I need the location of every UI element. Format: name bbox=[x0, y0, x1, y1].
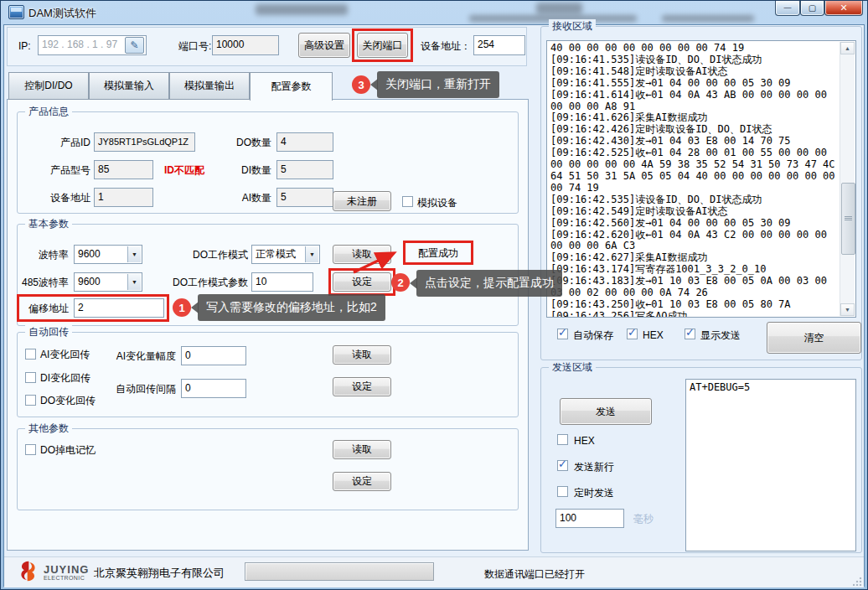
advanced-settings-button[interactable]: 高级设置 bbox=[298, 33, 350, 58]
progress-bar bbox=[245, 562, 434, 581]
autosave-label: 自动保存 bbox=[573, 329, 613, 341]
do-count-label: DO数量 bbox=[231, 137, 271, 148]
ip-label: IP: bbox=[18, 40, 31, 52]
report-interval-input[interactable]: 0 bbox=[181, 379, 246, 398]
receive-scrollbar[interactable]: ▲ ▼ bbox=[840, 42, 855, 316]
logo-subtitle: ELECTRONIC bbox=[44, 575, 85, 581]
check-icon: ✓ bbox=[558, 326, 567, 339]
auto-report-read-button[interactable]: 读取 bbox=[333, 345, 391, 365]
receive-hex-checkbox[interactable]: ✓ bbox=[627, 329, 638, 339]
juying-logo-icon bbox=[17, 560, 39, 582]
tab-config-params[interactable]: 配置参数 bbox=[250, 72, 333, 101]
annotation-step3-tooltip: 关闭端口，重新打开 bbox=[377, 71, 499, 98]
baud-select[interactable]: 9600▼ bbox=[74, 245, 142, 264]
do-mode-param-input[interactable]: 10 bbox=[251, 272, 313, 292]
port-label: 端口号: bbox=[178, 40, 211, 52]
ai-report-checkbox[interactable]: ✓ bbox=[25, 349, 36, 360]
do-report-label: DO变化回传 bbox=[40, 395, 96, 406]
di-count-input[interactable]: 5 bbox=[276, 160, 333, 179]
show-send-label: 显示发送 bbox=[700, 329, 741, 341]
di-count-label: DI数量 bbox=[231, 164, 271, 176]
device-address-input[interactable]: 254 bbox=[473, 35, 525, 55]
receive-log[interactable]: 40 00 00 00 00 00 00 00 00 74 19 [09:16:… bbox=[546, 40, 856, 318]
ai-report-label: AI变化回传 bbox=[40, 349, 90, 360]
red-arrow-icon bbox=[350, 246, 404, 277]
minimize-icon: — bbox=[784, 3, 792, 12]
tab-analog-input[interactable]: 模拟量输入 bbox=[89, 72, 169, 100]
annotation-step1-badge: 1 bbox=[173, 298, 191, 317]
annotation-step3-badge: 3 bbox=[352, 75, 370, 94]
di-report-checkbox[interactable]: ✓ bbox=[25, 372, 36, 383]
autosave-checkbox[interactable]: ✓ bbox=[557, 329, 568, 339]
do-mode-param-label: DO工作模式参数 bbox=[173, 277, 248, 288]
send-hex-checkbox[interactable]: ✓ bbox=[557, 434, 568, 445]
other-set-button[interactable]: 设定 bbox=[333, 472, 391, 491]
milliseconds-label: 毫秒 bbox=[633, 513, 654, 525]
auto-report-title: 自动回传 bbox=[25, 325, 72, 339]
scrollbar-thumb[interactable] bbox=[841, 183, 855, 255]
offset-label: 偏移地址 bbox=[18, 303, 69, 314]
device-addr-info-input[interactable]: 1 bbox=[94, 188, 153, 207]
send-content-box[interactable]: AT+DEBUG=5 bbox=[685, 379, 856, 551]
ai-count-input[interactable]: 5 bbox=[276, 188, 333, 207]
app-window: DAM测试软件 — ▢ ✕ IP: 192 . 168 . 1 . 97 ✎ 端… bbox=[0, 0, 868, 590]
scroll-down-icon: ▼ bbox=[845, 307, 850, 313]
company-name: 北京聚英翱翔电子有限公司 bbox=[94, 567, 225, 579]
baud485-select[interactable]: 9600▼ bbox=[74, 272, 142, 292]
maximize-button[interactable]: ▢ bbox=[800, 0, 824, 16]
other-params-group: 其他参数 bbox=[17, 428, 519, 510]
sim-device-checkbox[interactable]: ✓ bbox=[402, 196, 413, 207]
baud485-value: 9600 bbox=[78, 276, 101, 287]
offset-input[interactable]: 2 bbox=[74, 298, 164, 318]
device-addr-info-label: 设备地址 bbox=[34, 192, 90, 204]
auto-report-set-button[interactable]: 设定 bbox=[333, 377, 391, 396]
product-model-input[interactable]: 85 bbox=[94, 160, 153, 179]
scroll-down-button[interactable]: ▼ bbox=[840, 303, 855, 316]
product-info-title: 产品信息 bbox=[25, 105, 72, 119]
sim-device-label: 模拟设备 bbox=[417, 197, 457, 209]
ai-delta-label: AI变化量幅度 bbox=[106, 350, 176, 362]
ai-delta-input[interactable]: 0 bbox=[181, 346, 246, 365]
send-hex-label: HEX bbox=[574, 435, 595, 447]
ai-count-label: AI数量 bbox=[231, 192, 271, 204]
product-id-input[interactable]: JY85RT1PsGLdQP1Z bbox=[94, 132, 195, 152]
timed-send-checkbox[interactable]: ✓ bbox=[557, 486, 568, 497]
do-count-input[interactable]: 4 bbox=[276, 132, 333, 152]
tab-analog-output[interactable]: 模拟量输出 bbox=[169, 72, 250, 100]
do-memory-checkbox[interactable]: ✓ bbox=[25, 444, 36, 455]
send-newline-checkbox[interactable]: ✓ bbox=[557, 460, 568, 471]
receive-area-title: 接收区域 bbox=[549, 19, 596, 34]
check-icon: ✓ bbox=[558, 458, 567, 470]
show-send-checkbox[interactable]: ✓ bbox=[685, 329, 695, 339]
unregistered-button[interactable]: 未注册 bbox=[333, 191, 391, 211]
close-port-button[interactable]: 关闭端口 bbox=[357, 33, 408, 58]
do-report-checkbox[interactable]: ✓ bbox=[25, 395, 36, 406]
logo-title: JUYING bbox=[44, 563, 89, 576]
timed-interval-input[interactable]: 100 bbox=[555, 509, 624, 528]
annotation-step1-tooltip: 写入需要修改的偏移地址，比如2 bbox=[198, 294, 385, 321]
tab-control-dido[interactable]: 控制DI/DO bbox=[8, 72, 89, 100]
resize-grip[interactable] bbox=[853, 577, 862, 586]
check-icon: ✓ bbox=[628, 326, 637, 339]
edit-ip-button[interactable]: ✎ bbox=[125, 37, 144, 54]
receive-hex-label: HEX bbox=[643, 329, 664, 341]
basic-params-title: 基本参数 bbox=[25, 217, 72, 231]
do-mode-select[interactable]: 正常模式▼ bbox=[251, 245, 320, 264]
do-mode-label: DO工作模式 bbox=[181, 249, 248, 261]
close-button[interactable]: ✕ bbox=[824, 0, 863, 16]
send-newline-label: 发送新行 bbox=[574, 461, 614, 473]
timed-send-label: 定时发送 bbox=[574, 487, 614, 499]
maximize-icon: ▢ bbox=[809, 3, 816, 13]
config-success-text: 配置成功 bbox=[405, 242, 472, 264]
chevron-down-icon: ▼ bbox=[127, 274, 141, 290]
port-input[interactable]: 10000 bbox=[212, 35, 279, 55]
status-text: 数据通讯端口已经打开 bbox=[484, 568, 585, 580]
receive-log-text: 40 00 00 00 00 00 00 00 00 74 19 [09:16:… bbox=[550, 43, 835, 318]
scroll-up-button[interactable]: ▲ bbox=[840, 42, 855, 54]
send-button[interactable]: 发送 bbox=[560, 398, 652, 425]
pencil-icon: ✎ bbox=[130, 39, 138, 51]
do-memory-label: DO掉电记忆 bbox=[40, 444, 96, 456]
minimize-button[interactable]: — bbox=[775, 0, 800, 16]
clear-button[interactable]: 清空 bbox=[767, 322, 861, 354]
other-read-button[interactable]: 读取 bbox=[333, 440, 391, 459]
